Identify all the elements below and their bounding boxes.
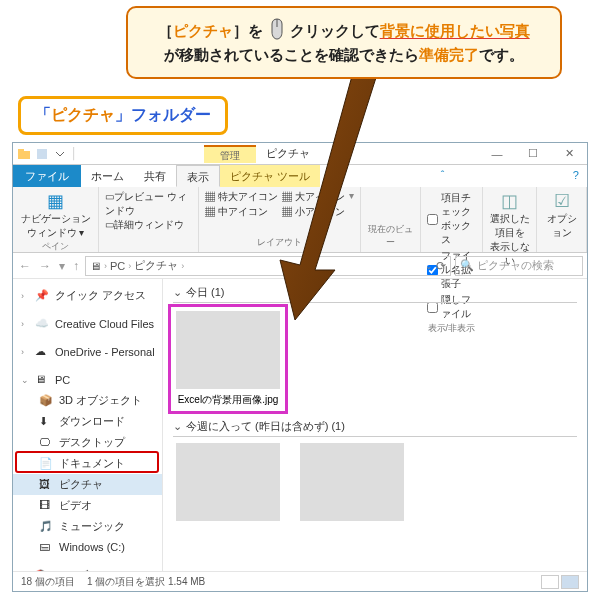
group-header-today[interactable]: ⌄今日 (1) <box>173 285 577 303</box>
ribbon-view: ▦ ナビゲーション ウィンドウ ▾ ペイン ▭プレビュー ウィンドウ ▭詳細ウィ… <box>13 187 587 253</box>
sidebar-item-quick-access[interactable]: ›📌クイック アクセス <box>13 285 162 306</box>
sidebar-item-3d-objects[interactable]: 📦3D オブジェクト <box>13 390 162 411</box>
back-button[interactable]: ← <box>17 259 33 273</box>
up-button[interactable]: ↑ <box>71 259 81 273</box>
svg-rect-2 <box>18 151 30 159</box>
music-icon: 🎵 <box>39 520 53 534</box>
tab-picture-tools[interactable]: ピクチャ ツール <box>220 165 320 187</box>
sidebar-item-onedrive[interactable]: ›☁OneDrive - Personal <box>13 342 162 362</box>
tab-view[interactable]: 表示 <box>176 165 220 187</box>
file-item[interactable] <box>297 443 407 525</box>
file-content-pane[interactable]: ⌄今日 (1) Excelの背景用画像.jpg ⌄今週に入って (昨日は含めず)… <box>163 279 587 571</box>
sidebar-item-libraries[interactable]: ›📚ライブラリ <box>13 565 162 571</box>
ribbon-group-currentview-label: 現在のビュー <box>367 223 414 249</box>
tab-share[interactable]: 共有 <box>134 165 176 187</box>
sidebar-item-music[interactable]: 🎵ミュージック <box>13 516 162 537</box>
libraries-icon: 📚 <box>35 569 49 572</box>
onedrive-icon: ☁ <box>35 345 49 359</box>
folder-label-callout: 「ピクチャ」フォルダー <box>18 96 228 135</box>
thumbnail-icon <box>300 443 404 521</box>
pictures-icon: 🖼 <box>39 478 53 492</box>
tab-file[interactable]: ファイル <box>13 165 81 187</box>
star-icon: 📌 <box>35 289 49 303</box>
contextual-tab-manage: 管理 <box>204 145 256 163</box>
sidebar-item-desktop[interactable]: 🖵デスクトップ <box>13 432 162 453</box>
help-icon[interactable]: ? <box>565 165 587 187</box>
details-view-button[interactable] <box>541 575 559 589</box>
sidebar-item-videos[interactable]: 🎞ビデオ <box>13 495 162 516</box>
s-icons-option[interactable]: ▦ 小アイコン <box>282 205 345 219</box>
svg-rect-3 <box>18 149 24 152</box>
breadcrumb-dropdown-icon[interactable]: ⌄ <box>425 261 433 271</box>
ribbon-group-pane-label: ペイン <box>19 240 92 253</box>
navigation-pane: ›📌クイック アクセス ›☁️Creative Cloud Files ›☁On… <box>13 279 163 571</box>
collapse-ribbon-icon[interactable]: ˆ <box>433 165 453 187</box>
titlebar: │ 管理 ピクチャ — ☐ ✕ <box>13 143 587 165</box>
sidebar-item-documents[interactable]: 📄ドキュメント <box>13 453 162 474</box>
l-icons-option[interactable]: ▦ 大アイコン <box>282 190 345 204</box>
pc-icon: 🖥 <box>35 373 49 387</box>
sidebar-item-pc[interactable]: ⌄🖥PC <box>13 370 162 390</box>
cloud-icon: ☁️ <box>35 317 49 331</box>
cube-icon: 📦 <box>39 394 53 408</box>
close-button[interactable]: ✕ <box>551 143 587 165</box>
tab-home[interactable]: ホーム <box>81 165 134 187</box>
file-name-label: Excelの背景用画像.jpg <box>178 393 279 407</box>
desktop-icon: 🖵 <box>39 436 53 450</box>
navigation-pane-icon[interactable]: ▦ <box>19 190 92 212</box>
ribbon-tabs: ファイル ホーム 共有 表示 ピクチャ ツール ˆ ? <box>13 165 587 187</box>
thumbnail-icon <box>176 311 280 389</box>
preview-window-option[interactable]: ▭プレビュー ウィンドウ <box>105 190 192 218</box>
svg-rect-4 <box>37 149 47 159</box>
status-selection: 1 個の項目を選択 1.54 MB <box>87 575 205 589</box>
documents-icon: 📄 <box>39 457 53 471</box>
breadcrumb-pc[interactable]: PC <box>110 260 125 272</box>
properties-icon[interactable] <box>35 147 49 161</box>
thumbnail-icon <box>176 443 280 521</box>
pc-icon: 🖥 <box>90 260 101 272</box>
ribbon-group-layout-label: レイアウト <box>205 236 354 249</box>
minimize-button[interactable]: — <box>479 143 515 165</box>
download-icon: ⬇ <box>39 415 53 429</box>
hide-selected-icon[interactable]: ◫ <box>489 190 530 212</box>
group-header-week[interactable]: ⌄今週に入って (昨日は含めず) (1) <box>173 419 577 437</box>
folder-icon[interactable] <box>17 147 31 161</box>
thumbnails-view-button[interactable] <box>561 575 579 589</box>
breadcrumb[interactable]: 🖥 › PC › ピクチャ › ⌄ ⟳ <box>85 256 451 276</box>
maximize-button[interactable]: ☐ <box>515 143 551 165</box>
options-button[interactable]: オプション <box>543 212 580 240</box>
sidebar-item-pictures[interactable]: 🖼ピクチャ <box>13 474 162 495</box>
item-checkboxes-option[interactable]: 項目チェック ボックス <box>427 191 476 247</box>
refresh-button[interactable]: ⟳ <box>436 259 446 273</box>
sidebar-item-creative-cloud[interactable]: ›☁️Creative Cloud Files <box>13 314 162 334</box>
window-title: ピクチャ <box>266 146 310 161</box>
instruction-balloon: ［ピクチャ］を クリックして背景に使用したい写真 が移動されていることを確認でき… <box>126 6 562 79</box>
status-item-count: 18 個の項目 <box>21 575 75 589</box>
address-bar-row: ← → ▾ ↑ 🖥 › PC › ピクチャ › ⌄ ⟳ 🔍 ピクチャの検索 <box>13 253 587 279</box>
file-item-selected[interactable]: Excelの背景用画像.jpg <box>173 309 283 409</box>
qat-dropdown-icon[interactable] <box>53 147 67 161</box>
recent-locations-button[interactable]: ▾ <box>57 259 67 273</box>
details-window-option[interactable]: ▭詳細ウィンドウ <box>105 218 192 232</box>
search-icon: 🔍 <box>460 259 474 272</box>
breadcrumb-pictures[interactable]: ピクチャ <box>134 258 178 273</box>
forward-button[interactable]: → <box>37 259 53 273</box>
drive-icon: 🖴 <box>39 540 53 554</box>
status-bar: 18 個の項目 1 個の項目を選択 1.54 MB <box>13 571 587 591</box>
quick-access-toolbar: │ <box>13 147 78 161</box>
explorer-window: │ 管理 ピクチャ — ☐ ✕ ファイル ホーム 共有 表示 ピクチャ ツール … <box>12 142 588 592</box>
navigation-pane-button[interactable]: ナビゲーション ウィンドウ ▾ <box>19 212 92 240</box>
sidebar-item-cdrive[interactable]: 🖴Windows (C:) <box>13 537 162 557</box>
mouse-icon <box>268 18 286 40</box>
sidebar-item-downloads[interactable]: ⬇ダウンロード <box>13 411 162 432</box>
xl-icons-option[interactable]: ▦ 特大アイコン <box>205 190 278 204</box>
options-icon[interactable]: ☑ <box>543 190 580 212</box>
m-icons-option[interactable]: ▦ 中アイコン <box>205 205 278 219</box>
search-input[interactable]: 🔍 ピクチャの検索 <box>455 256 583 276</box>
videos-icon: 🎞 <box>39 499 53 513</box>
file-item[interactable] <box>173 443 283 525</box>
